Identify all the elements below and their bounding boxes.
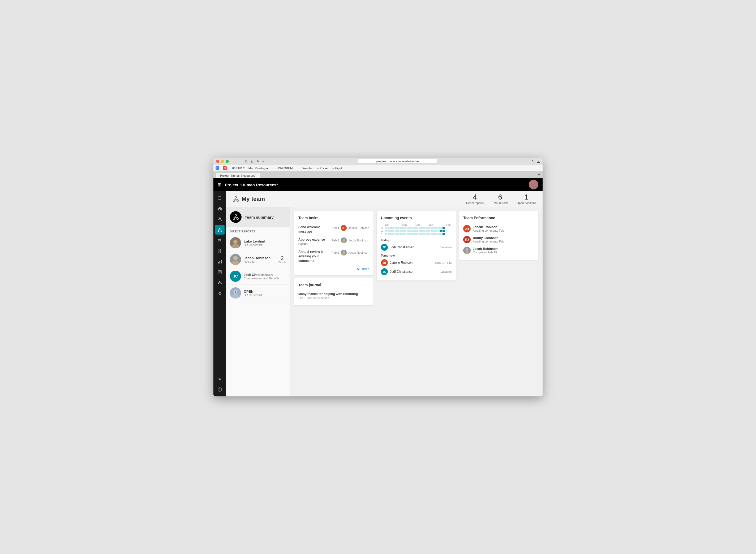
perf-item-2: RJ Robby Jacobsen Awaiting comments Feb [463,234,534,245]
cloud-icon[interactable]: ☁ [537,160,540,163]
user-avatar[interactable] [529,180,538,189]
perf-name-jacob: Jacob Robinson [473,247,534,251]
event-avatar-jodi-today: JC [381,244,388,251]
maximize-button[interactable] [225,160,229,163]
perf-status-robby: Awaiting comments Feb [473,240,534,243]
close-button[interactable] [216,160,219,163]
back-button[interactable]: ‹ [234,159,237,163]
nav-menu[interactable]: ☰ [215,193,224,203]
person-role-open: HR Generalist [244,293,286,297]
nav-clock[interactable] [215,385,224,394]
task-name-3: Annual review is awaiting your comments [298,250,330,263]
title-bar: ‹ › ⊡ ◎ ⚑ ≡ peopleexplorer.azurewebsites… [213,158,543,165]
app-window: ‹ › ⊡ ◎ ⚑ ≡ peopleexplorer.azurewebsites… [213,158,543,396]
task-assignee-1: Janelle Robison [348,226,369,229]
app-grid-icon[interactable]: ⊞ [218,182,222,187]
person-item-jodi[interactable]: JC Jodi Christiansen Compensation and Be… [226,268,290,285]
directs-badge-jacob: 2 Directs [279,256,286,264]
task-date-2: Feb 1 [332,239,339,242]
team-journal-card: Team journal ··· Many thanks for helping… [294,278,373,306]
person-item-open[interactable]: OPEN HR Generalist [226,285,290,301]
svg-rect-40 [237,218,238,219]
two-panel: Team summary DIRECT REPORTS [226,207,543,396]
url-display[interactable]: peopleexplorer.azurewebsites.net [358,159,438,164]
team-summary-item[interactable]: Team summary [226,207,290,227]
bookmark-in-forum[interactable]: · IN-FORUM · [276,167,294,170]
bookmark-flip-it[interactable]: + Flip it [332,167,342,170]
favicon-g: G [215,166,219,170]
nav-star[interactable]: ★ [215,374,224,384]
team-journal-header: Team journal ··· [298,283,369,287]
team-tasks-card: Team tasks ··· Send welcome message Feb … [294,211,373,275]
cal-dots-w [385,230,452,232]
event-name-jodi-today: Jodi Christiansen [390,245,439,249]
svg-point-57 [343,239,345,241]
event-name-jodi-tomorrow: Jodi Christiansen [390,270,439,274]
directs-count: 2 [281,256,284,261]
nav-settings[interactable]: ⚙ [215,289,224,298]
team-performance-menu[interactable]: ··· [528,215,534,220]
nav-team[interactable] [215,225,224,234]
perf-status-janelle: Awaiting comments Feb [473,229,534,232]
nav-groups[interactable] [215,236,224,245]
nav-people[interactable] [215,214,224,224]
direct-reports-label: Direct reports [466,202,484,205]
bookmark-sep1: · [272,167,272,170]
perf-avatar-jacob [463,247,471,254]
my-team-icon [233,196,239,202]
bookmark-pocket[interactable]: + Pocket [317,167,329,170]
more-items-link[interactable]: 5+ items [298,267,369,271]
perf-info-robby: Robby Jacobsen Awaiting comments Feb [473,236,534,243]
event-name-janelle-tomorrow: Janelle Robison [390,261,432,265]
team-tasks-header: Team tasks ··· [298,215,369,220]
cal-row-m: M [381,227,452,229]
team-journal-menu[interactable]: ··· [364,283,369,287]
team-tasks-menu[interactable]: ··· [364,215,369,220]
nav-chart[interactable] [215,268,224,277]
bookmark-sep2: · [298,167,299,170]
person-item-jacob[interactable]: Jacob Robinson Recruiter 2 Directs [226,251,290,268]
forward-button[interactable]: › [238,159,242,163]
task-meta-3: Feb 1 Jacob Robinson [332,250,369,256]
team-performance-card: Team Peformance ··· JR Janelle Robison A… [459,211,538,260]
minimize-button[interactable] [221,160,224,163]
event-tomorrow-1: JR Janelle Robison Hours 1-4 PM [381,258,452,267]
person-info-jacob: Jacob Robinson Recruiter [244,256,277,263]
stat-open-positions: 1 Open positions [517,193,536,205]
tomorrow-label: Tomorrow [381,254,452,257]
cal-day-w: W [381,230,385,232]
cal-dots-f [385,233,452,235]
person-name-jacob: Jacob Robinson [244,256,277,260]
perf-item-1: JR Janelle Robison Awaiting comments Feb [463,223,534,234]
main-panels: Team tasks ··· Send welcome message Feb … [290,207,543,396]
tab-project-hr[interactable]: Project "Human Resources" [215,173,261,178]
bookmark-weather[interactable]: Weather [302,167,313,170]
content-area: My team 4 Direct reports 6 Total reports… [226,191,543,396]
stat-total-reports: 6 Total reports [492,193,508,205]
task-item-3: Annual review is awaiting your comments … [298,248,369,265]
nav-home[interactable] [215,204,224,213]
reload-icon[interactable]: ↻ [532,160,534,163]
team-summary-label: Team summary [245,215,274,219]
svg-rect-31 [235,197,237,198]
bookmark-mac-reading[interactable]: Mac Reading ■ [248,167,268,170]
person-item-luke[interactable]: Luke Lenhart HR Generalist [226,234,290,251]
bookmark-fun-stuff[interactable]: Fun Stuff ▾ [231,166,245,170]
team-summary-avatar [230,211,242,223]
person-avatar-jacob [230,254,241,265]
nav-reports[interactable] [215,257,224,266]
task-item-2: Approve expense report Feb 1 Jacob Robin… [298,236,369,248]
task-avatar-3 [341,250,347,256]
svg-rect-1 [219,228,220,229]
journal-item-1: Many thanks for helping with recruiting … [298,290,369,301]
task-avatar-2 [341,237,347,243]
tab-add-button[interactable]: + [538,172,541,177]
upcoming-events-menu[interactable]: ··· [446,215,452,220]
person-info-open: OPEN HR Generalist [244,289,286,297]
nav-org[interactable] [215,278,224,288]
nav-docs[interactable] [215,246,224,256]
task-assignee-2: Jacob Robinson [348,239,369,242]
open-positions-value: 1 [517,193,536,201]
cal-month-feb: Feb [438,223,452,226]
team-journal-title: Team journal [298,283,364,287]
